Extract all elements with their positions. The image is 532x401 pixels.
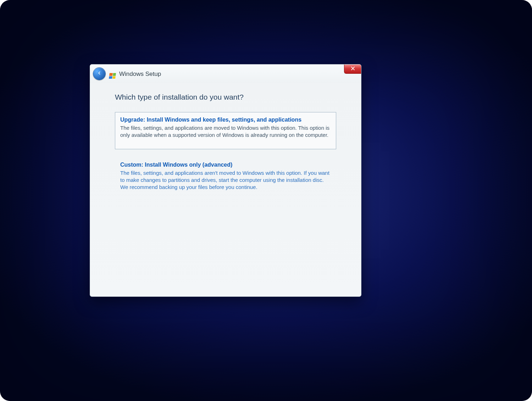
install-option-upgrade[interactable]: Upgrade: Install Windows and keep files,… [115, 112, 336, 149]
arrow-left-icon [96, 70, 102, 78]
screen: Windows Setup Which type of installation… [0, 0, 532, 401]
windows-flag-icon [109, 71, 117, 77]
close-button[interactable] [344, 65, 361, 74]
install-option-custom[interactable]: Custom: Install Windows only (advanced) … [115, 157, 336, 213]
back-button[interactable] [93, 67, 106, 80]
titlebar: Windows Setup [90, 65, 361, 83]
dialog-title: Windows Setup [119, 71, 161, 77]
dialog-content: Which type of installation do you want? … [90, 83, 361, 227]
option-description: The files, settings, and applications ar… [120, 124, 331, 139]
page-heading: Which type of installation do you want? [115, 93, 336, 101]
close-icon [350, 66, 355, 72]
option-title: Custom: Install Windows only (advanced) [120, 162, 331, 168]
option-description: The files, settings, and applications ar… [120, 169, 331, 191]
option-title: Upgrade: Install Windows and keep files,… [120, 117, 331, 123]
windows-setup-dialog: Windows Setup Which type of installation… [90, 64, 361, 297]
